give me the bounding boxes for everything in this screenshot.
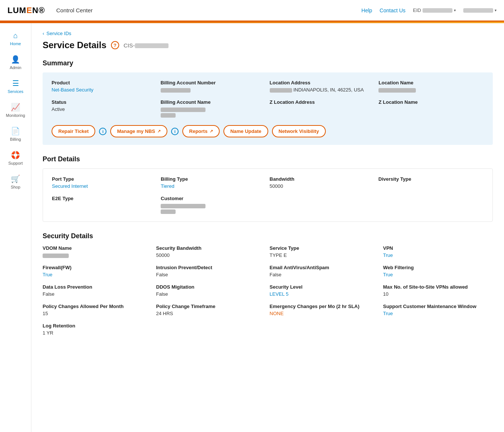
eid-chevron: ▾ [454, 8, 456, 12]
e2e-type-label: E2E Type [52, 196, 157, 201]
billing-icon: 📄 [11, 127, 20, 136]
repair-ticket-button[interactable]: Repair Ticket [52, 125, 95, 137]
port-type-label: Port Type [52, 176, 157, 182]
top-nav-right: Help Contact Us EID ▾ ▾ [361, 7, 497, 13]
firewall-value: True [43, 272, 152, 277]
service-type-label: Service Type [270, 245, 380, 251]
ddos-value: False [156, 291, 266, 297]
sidebar-label-support: Support [8, 161, 23, 165]
location-name-label: Location Name [378, 80, 484, 86]
intrusion-value: False [156, 272, 266, 277]
admin-icon: 👤 [11, 55, 20, 64]
security-card: VDOM Name Security Bandwidth 50000 Servi… [43, 245, 493, 336]
z-location-address-field: Z Location Address [270, 99, 375, 118]
breadcrumb-link[interactable]: Service IDs [46, 31, 71, 36]
max-vpn-field: Max No. of Site-to-Site VPNs allowed 10 [383, 284, 493, 297]
top-nav: LUMEN® Control Center Help Contact Us EI… [0, 0, 504, 22]
security-level-value: LEVEL 5 [270, 291, 380, 297]
bandwidth-field: Bandwidth 50000 [270, 176, 375, 189]
action-buttons: Repair Ticket i Manage my NBS ↗ i Report… [52, 125, 484, 137]
sidebar-item-services[interactable]: ☰ Services [0, 74, 31, 98]
sidebar-item-home[interactable]: ⌂ Home [0, 27, 31, 50]
intrusion-label: Intrusion Prevent/Detect [156, 265, 266, 270]
billing-account-number-field: Billing Account Number [161, 80, 266, 93]
sidebar-item-billing[interactable]: 📄 Billing [0, 122, 31, 146]
customer-label: Customer [161, 196, 266, 201]
port-section-title: Port Details [43, 155, 493, 163]
logo: LUMEN® [7, 6, 45, 15]
email-av-label: Email AntiVirus/AntiSpam [270, 265, 380, 270]
breadcrumb: ‹ Service IDs [43, 31, 493, 36]
policy-timeframe-field: Policy Change Timeframe 24 HRS [156, 304, 266, 316]
policy-changes-label: Policy Changes Allowed Per Month [43, 304, 152, 309]
emergency-changes-field: Emergency Changes per Mo (2 hr SLA) NONE [270, 304, 380, 316]
security-bandwidth-field: Security Bandwidth 50000 [156, 245, 266, 258]
user-value [463, 8, 493, 13]
user-selector[interactable]: ▾ [463, 8, 497, 13]
sidebar-label-monitoring: Monitoring [6, 113, 25, 118]
reports-info-icon[interactable]: i [171, 128, 179, 135]
web-filtering-label: Web Filtering [383, 265, 493, 270]
eid-value [423, 8, 452, 13]
log-retention-value: 1 YR [43, 330, 152, 336]
main-layout: ⌂ Home 👤 Admin ☰ Services 📈 Monitoring 📄… [0, 23, 504, 432]
policy-timeframe-value: 24 HRS [156, 311, 266, 316]
cis-id-value [135, 43, 168, 48]
billing-type-label: Billing Type [161, 176, 266, 182]
web-filtering-value: True [383, 272, 493, 277]
vdom-name-field: VDOM Name [43, 245, 152, 258]
vdom-name-label: VDOM Name [43, 245, 152, 251]
breadcrumb-arrow: ‹ [43, 31, 44, 36]
services-icon: ☰ [12, 79, 19, 88]
name-update-button[interactable]: Name Update [223, 125, 268, 137]
bandwidth-value: 50000 [270, 183, 375, 189]
billing-type-field: Billing Type Tiered [161, 176, 266, 189]
help-tooltip-icon[interactable]: ? [111, 41, 119, 49]
log-retention-label: Log Retention [43, 323, 152, 329]
vpn-label: VPN [383, 245, 493, 251]
security-grid: VDOM Name Security Bandwidth 50000 Servi… [43, 245, 493, 336]
z-location-address-label: Z Location Address [270, 99, 375, 105]
location-address-value: INDIANAPOLIS, IN, 46225, USA [270, 87, 375, 93]
network-visibility-button[interactable]: Network Visibility [272, 125, 326, 137]
location-address-city: INDIANAPOLIS, IN, 46225, USA [293, 87, 364, 93]
sidebar-item-monitoring[interactable]: 📈 Monitoring [0, 98, 31, 122]
product-value: Net-Based Security [52, 87, 157, 93]
emergency-changes-value: NONE [270, 311, 380, 316]
dlp-value: False [43, 291, 152, 297]
email-av-field: Email AntiVirus/AntiSpam False [270, 265, 380, 277]
sidebar-item-support[interactable]: 🛟 Support [0, 146, 31, 170]
shop-icon: 🛒 [11, 174, 20, 183]
billing-account-number-value [161, 87, 266, 93]
dlp-label: Data Loss Prevention [43, 284, 152, 290]
bandwidth-label: Bandwidth [270, 176, 375, 182]
cis-id: CIS- [124, 42, 168, 49]
vpn-value: True [383, 252, 493, 258]
vpn-field: VPN True [383, 245, 493, 258]
dlp-field: Data Loss Prevention False [43, 284, 152, 297]
reports-button[interactable]: Reports ↗ [182, 125, 220, 137]
ddos-field: DDOS Migitation False [156, 284, 266, 297]
page-title: Service Details [43, 40, 106, 50]
manage-nbs-info-icon[interactable]: i [99, 128, 106, 135]
billing-account-number-label: Billing Account Number [161, 80, 266, 86]
manage-nbs-button[interactable]: Manage my NBS ↗ [110, 125, 167, 137]
customer-value [161, 203, 266, 214]
policy-timeframe-label: Policy Change Timeframe [156, 304, 266, 309]
sidebar-label-services: Services [7, 89, 23, 94]
app-title: Control Center [56, 7, 361, 13]
web-filtering-field: Web Filtering True [383, 265, 493, 277]
sidebar-item-shop[interactable]: 🛒 Shop [0, 170, 31, 194]
sidebar-item-admin[interactable]: 👤 Admin [0, 50, 31, 74]
eid-selector[interactable]: EID ▾ [413, 7, 456, 13]
max-vpn-value: 10 [383, 291, 493, 297]
e2e-type-field: E2E Type [52, 196, 157, 214]
support-maintenance-value: True [383, 311, 493, 316]
vdom-name-value [43, 252, 152, 258]
port-card: Port Type Secured Internet Billing Type … [43, 168, 493, 222]
status-label: Status [52, 99, 157, 105]
help-link[interactable]: Help [361, 7, 372, 13]
contact-us-link[interactable]: Contact Us [380, 7, 405, 13]
billing-account-name-label: Billing Account Name [161, 99, 266, 105]
sidebar-label-admin: Admin [10, 65, 21, 70]
